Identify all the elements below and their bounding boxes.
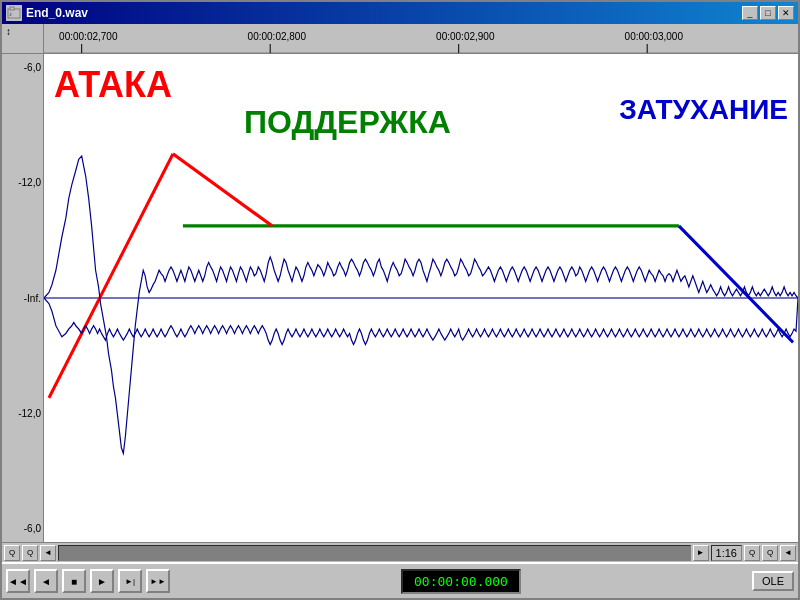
zoom-in-btn[interactable]: Q — [4, 545, 20, 561]
play-button[interactable]: ► — [90, 569, 114, 593]
svg-text:00:00:02,700: 00:00:02,700 — [59, 31, 118, 42]
podderzhka-label: ПОДДЕРЖКА — [244, 104, 451, 141]
minimize-button[interactable]: _ — [742, 6, 758, 20]
prev-button[interactable]: ◄ — [34, 569, 58, 593]
rewind-button[interactable]: ◄◄ — [6, 569, 30, 593]
scroll-left-btn[interactable]: ◄ — [40, 545, 56, 561]
svg-text:00:00:02,800: 00:00:02,800 — [248, 31, 307, 42]
timeline-ruler: 00:00:02,700 00:00:02,800 00:00:02,900 0… — [44, 24, 798, 53]
ataka-label: АТАКА — [54, 64, 172, 106]
zoom-out-btn[interactable]: Q — [22, 545, 38, 561]
chart-area: АТАКА ПОДДЕРЖКА ЗАТУХАНИЕ — [44, 54, 798, 542]
y-label-3: -12,0 — [4, 408, 41, 419]
next-mark-button[interactable]: ►| — [118, 569, 142, 593]
main-content: -6,0 -12,0 -Inf. -12,0 -6,0 — [2, 54, 798, 542]
zatuhanie-label: ЗАТУХАНИЕ — [619, 94, 788, 126]
window-title: End_0.wav — [26, 6, 738, 20]
close-button[interactable]: ✕ — [778, 6, 794, 20]
window-controls: _ □ ✕ — [742, 6, 794, 20]
scrollbar-track[interactable] — [58, 545, 691, 561]
scroll-right-btn[interactable]: ► — [693, 545, 709, 561]
fast-forward-button[interactable]: ►► — [146, 569, 170, 593]
svg-rect-1 — [10, 7, 14, 10]
svg-text:♪: ♪ — [9, 11, 12, 17]
zoom-btn-2[interactable]: Q — [762, 545, 778, 561]
y-label-bottom: -6,0 — [4, 523, 41, 534]
time-display: 00:00:00.000 — [401, 569, 521, 594]
scroll-end-btn[interactable]: ◄ — [780, 545, 796, 561]
title-bar: ♪ End_0.wav _ □ ✕ — [2, 2, 798, 24]
y-label-inf: -Inf. — [4, 293, 41, 304]
window-icon: ♪ — [6, 5, 22, 21]
y-label-top: -6,0 — [4, 62, 41, 73]
transport-bar: ◄◄ ◄ ■ ► ►| ►► 00:00:00.000 OLE — [2, 562, 798, 598]
main-window: ♪ End_0.wav _ □ ✕ ↕ 00:00:02,700 00:00:0… — [0, 0, 800, 600]
bottom-scrollbar: Q Q ◄ ► 1:16 Q Q ◄ — [2, 542, 798, 562]
y-label-2: -12,0 — [4, 177, 41, 188]
stop-button[interactable]: ■ — [62, 569, 86, 593]
counter-display: 1:16 — [711, 545, 742, 561]
svg-text:00:00:03,000: 00:00:03,000 — [625, 31, 684, 42]
svg-text:00:00:02,900: 00:00:02,900 — [436, 31, 495, 42]
ole-button[interactable]: OLE — [752, 571, 794, 591]
zoom-btn-1[interactable]: Q — [744, 545, 760, 561]
maximize-button[interactable]: □ — [760, 6, 776, 20]
